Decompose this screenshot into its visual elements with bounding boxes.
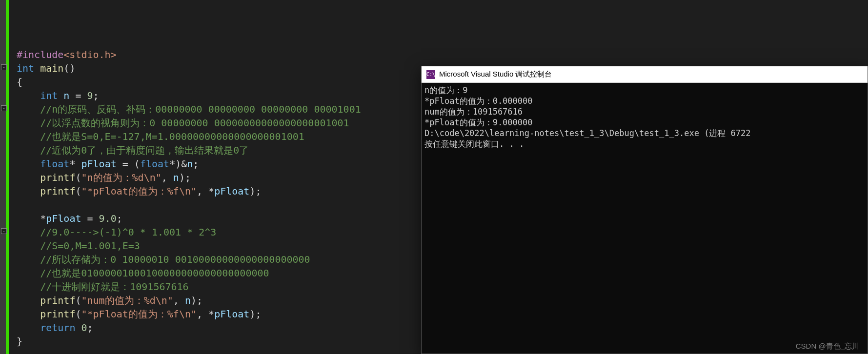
code-token: pFloat — [81, 158, 116, 170]
code-token: printf — [40, 308, 75, 320]
code-token: #include — [17, 49, 63, 60]
debug-console-window[interactable]: C:\ Microsoft Visual Studio 调试控制台 n的值为：9… — [421, 66, 868, 354]
code-token: ( — [75, 308, 81, 320]
console-line: *pFloat的值为：9.000000 — [424, 117, 865, 128]
code-token: ( — [75, 172, 81, 183]
code-token: ( — [75, 185, 81, 197]
code-token: } — [17, 335, 22, 347]
code-token: ); — [249, 308, 261, 320]
code-token: *)& — [169, 158, 187, 170]
code-token: pFloat — [214, 308, 249, 320]
code-token: //也就是01000001000100000000000000000000 — [17, 267, 269, 279]
code-token: , — [173, 295, 185, 306]
code-token: //十进制刚好就是：1091567616 — [17, 281, 189, 293]
console-line: num的值为：1091567616 — [424, 106, 865, 117]
code-token: ); — [179, 172, 191, 183]
code-token: , * — [197, 308, 214, 320]
code-token: * — [69, 158, 81, 170]
console-line: D:\code\2022\learning-notes\test_1_3\Deb… — [424, 128, 865, 138]
console-output: n的值为：9*pFloat的值为：0.000000num的值为：10915676… — [422, 83, 868, 151]
code-token: "*pFloat的值为：%f\n" — [81, 185, 197, 197]
code-token — [17, 185, 40, 197]
code-token: "*pFloat的值为：%f\n" — [81, 308, 197, 320]
code-token: int — [17, 62, 40, 74]
code-token — [17, 158, 40, 170]
code-token: { — [17, 76, 22, 88]
editor-gutter — [0, 0, 6, 354]
code-token: printf — [40, 295, 75, 306]
code-token: "num的值为：%d\n" — [81, 295, 173, 306]
code-token — [17, 90, 40, 101]
code-token: ; — [87, 322, 93, 334]
code-token: printf — [40, 185, 75, 197]
code-token: ; — [93, 90, 99, 101]
code-token: n — [185, 295, 191, 306]
console-title: Microsoft Visual Studio 调试控制台 — [439, 70, 552, 79]
code-token: pFloat — [46, 213, 81, 224]
code-line[interactable]: #include<stdio.h> — [9, 48, 868, 61]
code-token: pFloat — [214, 185, 249, 197]
code-token: return — [40, 322, 81, 334]
code-token: //9.0---->(-1)^0 * 1.001 * 2^3 — [17, 226, 216, 238]
code-token — [17, 172, 40, 183]
fold-toggle-icon[interactable]: - — [1, 105, 7, 111]
code-token: //所以存储为：0 10000010 001000000000000000000… — [17, 254, 310, 265]
code-token: //S=0,M=1.001,E=3 — [17, 240, 140, 252]
code-token: ; — [193, 158, 199, 170]
code-token: = — [81, 213, 99, 224]
code-token: ); — [249, 185, 261, 197]
fold-toggle-icon[interactable]: - — [1, 228, 7, 234]
code-token: n — [187, 158, 193, 170]
code-token: "n的值为：%d\n" — [81, 172, 161, 183]
code-token: float — [140, 158, 169, 170]
code-token: //近似为0了，由于精度问题，输出结果就是0了 — [17, 144, 249, 156]
code-token — [17, 295, 40, 306]
code-token: * — [17, 213, 46, 224]
code-token — [17, 322, 40, 334]
code-token: , — [161, 172, 173, 183]
code-token: () — [63, 62, 75, 74]
code-token: = — [69, 90, 87, 101]
code-token: float — [40, 158, 69, 170]
code-token: //也就是S=0,E=-127,M=1.00000000000000000001… — [17, 131, 304, 142]
code-token: <stdio.h> — [63, 49, 116, 60]
code-token: n — [173, 172, 179, 183]
code-token: //n的原码、反码、补码：00000000 00000000 00000000 … — [17, 103, 361, 115]
code-token: ; — [117, 213, 122, 224]
code-token: printf — [40, 172, 75, 183]
code-token: n — [63, 90, 69, 101]
code-token: //以浮点数的视角则为：0 00000000 00000000000000000… — [17, 117, 349, 129]
watermark: CSDN @青色_忘川 — [796, 342, 859, 351]
code-token: 9 — [87, 90, 93, 101]
console-titlebar[interactable]: C:\ Microsoft Visual Studio 调试控制台 — [422, 66, 868, 83]
code-token: = ( — [117, 158, 140, 170]
code-token: ); — [191, 295, 202, 306]
code-token: main — [40, 62, 63, 74]
code-token: int — [40, 90, 63, 101]
console-line: 按任意键关闭此窗口. . . — [424, 138, 865, 149]
code-token: 0 — [81, 322, 87, 334]
console-line: *pFloat的值为：0.000000 — [424, 96, 865, 106]
code-token — [17, 308, 40, 320]
code-token: , * — [197, 185, 214, 197]
fold-toggle-icon[interactable]: - — [1, 64, 7, 70]
code-token: 9.0 — [99, 213, 117, 224]
vs-icon: C:\ — [426, 70, 435, 79]
console-line: n的值为：9 — [424, 85, 865, 96]
code-token: ( — [75, 295, 81, 306]
